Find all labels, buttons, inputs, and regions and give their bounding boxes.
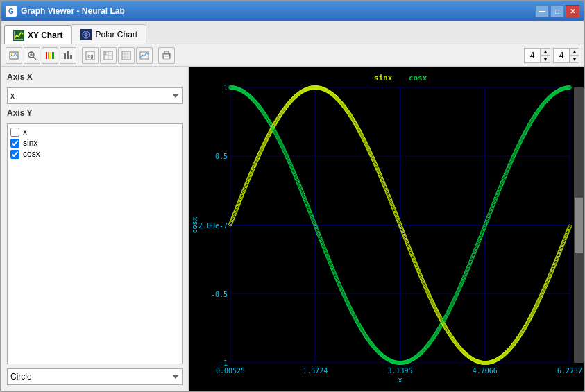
bar-chart-icon <box>63 51 73 60</box>
log-icon: log <box>85 51 95 60</box>
print-icon <box>162 51 171 60</box>
image-icon <box>9 51 19 60</box>
window-title: Graph Viewer - Neural Lab <box>21 6 125 16</box>
axis-x-label: Axis X <box>7 72 183 82</box>
svg-rect-18 <box>64 53 66 59</box>
toolbar-btn-color[interactable] <box>42 47 58 64</box>
minimize-button[interactable]: — <box>535 5 549 17</box>
toolbar-btn-log[interactable]: log <box>82 47 99 64</box>
maximize-button[interactable]: □ <box>550 5 564 17</box>
svg-rect-14 <box>46 52 47 59</box>
tab-polar-chart-label: Polar Chart <box>95 30 137 40</box>
spinbox-2-down[interactable]: ▼ <box>570 56 579 63</box>
svg-text:Σ: Σ <box>105 51 107 56</box>
toolbar-btn-bars[interactable] <box>60 47 76 64</box>
checkbox-sinx[interactable] <box>10 139 19 148</box>
svg-point-36 <box>169 54 170 56</box>
close-button[interactable]: ✕ <box>566 5 579 17</box>
xy-chart-tab-icon <box>13 30 24 41</box>
app-icon: G <box>6 6 17 17</box>
toolbar-right: 4 ▲ ▼ 4 ▲ ▼ <box>524 48 579 63</box>
svg-rect-19 <box>67 51 69 59</box>
grid-icon <box>121 51 131 60</box>
svg-rect-15 <box>48 52 49 59</box>
svg-rect-16 <box>50 52 51 59</box>
title-bar: G Graph Viewer - Neural Lab — □ ✕ <box>1 1 584 21</box>
svg-line-11 <box>33 57 36 60</box>
spinbox-2-up[interactable]: ▲ <box>570 48 579 56</box>
checkbox-item-x[interactable]: x <box>10 127 179 137</box>
checkbox-item-cosx[interactable]: cosx <box>10 149 179 159</box>
checkbox-x-label: x <box>23 127 27 137</box>
checkbox-sinx-label: sinx <box>23 138 37 148</box>
polar-chart-tab-icon <box>80 29 92 40</box>
toolbar-btn-image2[interactable] <box>136 47 153 64</box>
svg-rect-17 <box>52 52 54 59</box>
toolbar-btn-grid2[interactable]: Σ <box>100 47 117 64</box>
main-window: G Graph Viewer - Neural Lab — □ ✕ XY Cha… <box>0 0 585 392</box>
svg-rect-27 <box>122 51 130 60</box>
toolbar-btn-print[interactable] <box>158 47 175 64</box>
spinbox-2: 4 ▲ ▼ <box>553 48 579 63</box>
bottom-select[interactable]: Circle <box>7 368 183 385</box>
svg-text:log: log <box>87 53 93 59</box>
zoom-icon <box>27 51 37 60</box>
toolbar-btn-zoom[interactable] <box>24 47 40 64</box>
grid2-icon: Σ <box>103 51 113 60</box>
toolbar: log Σ <box>1 44 584 67</box>
checkbox-cosx[interactable] <box>10 150 19 159</box>
spinbox-1-down[interactable]: ▼ <box>541 56 550 63</box>
spinbox-1: 4 ▲ ▼ <box>524 48 550 63</box>
checkbox-cosx-label: cosx <box>23 149 40 159</box>
tab-polar-chart[interactable]: Polar Chart <box>71 24 146 44</box>
spinbox-2-arrows: ▲ ▼ <box>570 48 579 63</box>
chart-canvas <box>189 67 584 391</box>
axis-y-checkbox-list: x sinx cosx <box>7 123 183 364</box>
tab-xy-chart[interactable]: XY Chart <box>4 25 71 44</box>
left-panel: Axis X x Axis Y x sinx cosx <box>1 67 189 391</box>
image2-icon <box>139 51 149 60</box>
svg-rect-20 <box>70 55 72 59</box>
spinbox-1-arrows: ▲ ▼ <box>541 48 550 63</box>
title-bar-left: G Graph Viewer - Neural Lab <box>6 6 125 17</box>
toolbar-btn-grid[interactable] <box>118 47 135 64</box>
chart-area[interactable] <box>189 67 584 391</box>
tabs-bar: XY Chart Polar Chart <box>1 21 584 44</box>
spinbox-2-value[interactable]: 4 <box>553 48 570 63</box>
tab-xy-chart-label: XY Chart <box>28 31 62 40</box>
main-content: Axis X x Axis Y x sinx cosx <box>1 67 584 391</box>
bottom-select-wrap: Circle <box>7 368 183 385</box>
svg-rect-35 <box>164 56 169 59</box>
title-buttons: — □ ✕ <box>535 5 579 17</box>
toolbar-btn-image[interactable] <box>6 47 22 64</box>
checkbox-item-sinx[interactable]: sinx <box>10 138 179 148</box>
axis-y-label: Axis Y <box>7 108 183 118</box>
svg-point-9 <box>11 53 12 55</box>
spinbox-1-up[interactable]: ▲ <box>541 48 550 56</box>
checkbox-x[interactable] <box>10 128 19 137</box>
spinbox-1-value[interactable]: 4 <box>524 48 541 63</box>
axis-x-select[interactable]: x <box>7 87 183 104</box>
color-palette-icon <box>45 51 55 60</box>
